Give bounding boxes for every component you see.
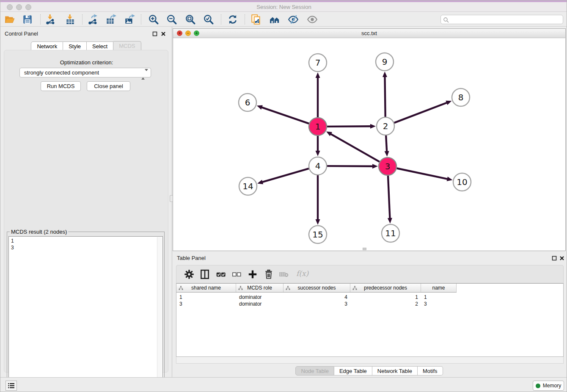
zoom-fit-icon[interactable] bbox=[185, 14, 196, 25]
column-header-name[interactable]: name bbox=[421, 284, 457, 292]
graph-node-15[interactable]: 15 bbox=[309, 226, 327, 243]
export-network-icon[interactable] bbox=[87, 14, 98, 25]
table-hscrollbar[interactable] bbox=[176, 357, 564, 364]
add-icon[interactable] bbox=[247, 269, 258, 280]
graph-node-8[interactable]: 8 bbox=[452, 88, 470, 106]
graph-node-10[interactable]: 10 bbox=[453, 173, 471, 191]
table-row[interactable]: 3dominator323 bbox=[176, 301, 457, 307]
cell-successor-nodes[interactable]: 4 bbox=[284, 294, 350, 301]
cell-MCDS-role[interactable]: dominator bbox=[236, 294, 284, 301]
float-panel-icon[interactable] bbox=[152, 30, 157, 36]
table-tabs: Node TableEdge TableNetwork TableMotifs bbox=[173, 366, 566, 375]
graph-edge-3-1[interactable] bbox=[326, 131, 380, 162]
column-header-MCDS-role[interactable]: MCDS role bbox=[236, 284, 284, 292]
control-panel: Control Panel NetworkStyleSelectMCDS Opt… bbox=[0, 27, 172, 377]
tab-motifs[interactable]: Motifs bbox=[418, 366, 443, 375]
graph-node-14[interactable]: 14 bbox=[239, 177, 257, 195]
close-panel-button[interactable]: Close panel bbox=[87, 81, 130, 91]
graph-node-4[interactable]: 4 bbox=[309, 157, 327, 175]
tab-network[interactable]: Network bbox=[31, 41, 63, 50]
graph-node-9[interactable]: 9 bbox=[376, 53, 394, 71]
mcds-result-box[interactable]: 1 3 bbox=[8, 236, 163, 390]
refresh-icon[interactable] bbox=[227, 14, 238, 25]
column-header-successor-nodes[interactable]: successor nodes bbox=[284, 284, 350, 292]
show-all-icon[interactable] bbox=[307, 14, 318, 25]
network-canvas[interactable]: 7968124314101511 bbox=[173, 38, 565, 251]
tab-network-table[interactable]: Network Table bbox=[372, 366, 418, 375]
graph-node-6[interactable]: 6 bbox=[239, 94, 256, 111]
node-table[interactable]: shared nameMCDS rolesuccessor nodesprede… bbox=[176, 283, 564, 357]
graph-node-2[interactable]: 2 bbox=[377, 117, 394, 135]
zoom-in-icon[interactable] bbox=[148, 14, 159, 25]
svg-text:6: 6 bbox=[245, 97, 250, 108]
unselect-all-columns-icon[interactable] bbox=[231, 269, 242, 280]
status-bar: Memory bbox=[0, 377, 567, 392]
main-toolbar bbox=[0, 12, 567, 27]
graph-node-3[interactable]: 3 bbox=[379, 157, 396, 175]
function-builder-icon[interactable]: f(x) bbox=[296, 269, 308, 278]
graph-edge-2-9[interactable] bbox=[383, 72, 387, 117]
cell-name[interactable]: 3 bbox=[421, 301, 457, 307]
cell-MCDS-role[interactable]: dominator bbox=[236, 301, 284, 307]
mcds-result-title: MCDS result (2 nodes) bbox=[10, 229, 68, 235]
delete-icon[interactable] bbox=[263, 269, 274, 280]
export-image-icon[interactable] bbox=[124, 14, 135, 25]
tab-select[interactable]: Select bbox=[87, 41, 113, 50]
split-columns-icon[interactable] bbox=[199, 269, 210, 280]
open-session-icon[interactable] bbox=[4, 14, 15, 25]
table-row[interactable]: 1dominator411 bbox=[176, 294, 457, 301]
task-history-button[interactable] bbox=[6, 381, 17, 391]
close-panel-icon[interactable] bbox=[161, 30, 166, 36]
cell-successor-nodes[interactable]: 3 bbox=[284, 301, 350, 307]
import-table-icon[interactable] bbox=[65, 14, 76, 25]
graph-edge-4-15[interactable] bbox=[316, 175, 320, 225]
hide-selected-icon[interactable] bbox=[288, 14, 299, 25]
select-all-columns-icon[interactable] bbox=[215, 269, 226, 280]
run-mcds-button[interactable]: Run MCDS bbox=[41, 81, 81, 91]
search-input[interactable] bbox=[451, 16, 561, 23]
canvas-splitter-handle[interactable] bbox=[363, 248, 366, 250]
graph-edge-1-4[interactable] bbox=[316, 136, 320, 156]
cell-name[interactable]: 1 bbox=[421, 294, 457, 301]
column-header-predecessor-nodes[interactable]: predecessor nodes bbox=[350, 284, 421, 292]
save-session-icon[interactable] bbox=[22, 14, 33, 25]
graph-edge-2-8[interactable] bbox=[394, 101, 452, 123]
graph-edge-4-3[interactable] bbox=[327, 164, 378, 168]
graph-edge-1-7[interactable] bbox=[316, 72, 320, 117]
graph-edge-1-6[interactable] bbox=[257, 105, 309, 123]
graph-edge-2-3[interactable] bbox=[385, 135, 389, 157]
tab-node-table[interactable]: Node Table bbox=[295, 366, 334, 375]
cell-shared-name[interactable]: 1 bbox=[176, 294, 236, 301]
zoom-selected-icon[interactable] bbox=[203, 14, 214, 25]
graph-node-1[interactable]: 1 bbox=[309, 118, 327, 135]
graph-edge-1-2[interactable] bbox=[327, 124, 376, 129]
panel-splitter[interactable] bbox=[172, 27, 172, 377]
new-network-from-file-icon[interactable] bbox=[250, 14, 261, 25]
tab-mcds[interactable]: MCDS bbox=[113, 41, 141, 50]
close-table-panel-icon[interactable] bbox=[559, 255, 564, 260]
graph-node-11[interactable]: 11 bbox=[382, 224, 399, 242]
cell-predecessor-nodes[interactable]: 2 bbox=[350, 301, 421, 307]
zoom-out-icon[interactable] bbox=[166, 14, 177, 25]
search-box bbox=[440, 15, 563, 24]
graph-node-7[interactable]: 7 bbox=[309, 54, 327, 72]
graph-edge-3-10[interactable] bbox=[397, 168, 453, 181]
export-table-icon[interactable] bbox=[105, 14, 116, 25]
criterion-select[interactable]: strongly connected component bbox=[19, 68, 151, 77]
mcds-result-scrollbar[interactable] bbox=[157, 237, 162, 389]
tab-edge-table[interactable]: Edge Table bbox=[334, 366, 372, 375]
gear-icon[interactable] bbox=[184, 269, 195, 280]
float-table-panel-icon[interactable] bbox=[552, 255, 557, 260]
memory-status-icon bbox=[536, 384, 540, 388]
graph-edge-4-14[interactable] bbox=[257, 168, 309, 184]
delete-table-icon[interactable] bbox=[278, 269, 289, 280]
tab-style[interactable]: Style bbox=[63, 41, 87, 50]
network-window-header[interactable]: × − + scc.txt bbox=[173, 29, 565, 38]
cell-predecessor-nodes[interactable]: 1 bbox=[350, 294, 421, 301]
graph-edge-3-11[interactable] bbox=[388, 176, 392, 224]
cell-shared-name[interactable]: 3 bbox=[176, 301, 236, 307]
memory-button[interactable]: Memory bbox=[533, 381, 564, 391]
import-network-icon[interactable] bbox=[45, 14, 56, 25]
first-neighbors-icon[interactable] bbox=[269, 14, 280, 25]
column-header-shared-name[interactable]: shared name bbox=[176, 284, 236, 292]
